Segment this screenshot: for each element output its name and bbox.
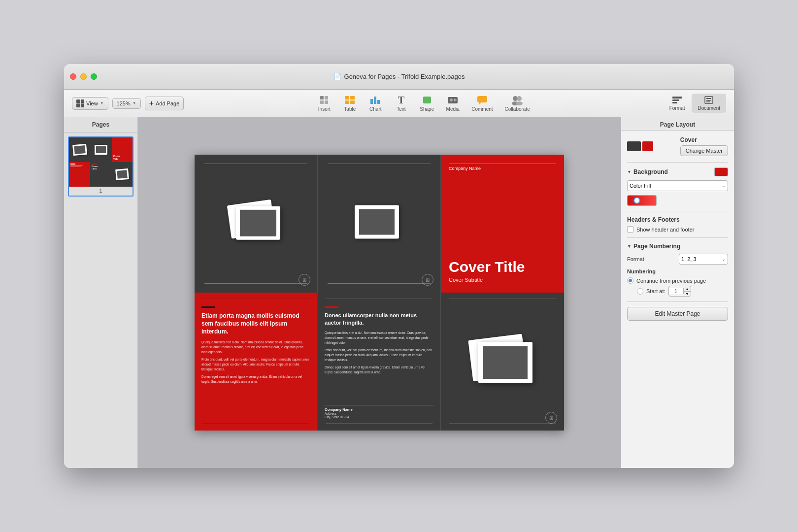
background-section-header[interactable]: ▼ Background [627,167,728,176]
toolbar: View ▼ 125% ▼ + Add Page Insert [64,90,734,117]
bottom-left-body2: Proin tincidunt, velit vel porta element… [201,357,310,372]
company-line [325,405,433,405]
view-grid-icon [76,100,84,107]
inspector-body: Cover Change Master ▼ Background Color F… [621,131,734,327]
cover-company-name: Company Name [449,166,556,171]
color-fill-label: Color Fill [630,183,651,189]
panel-top-right-cover: Company Name Cover Title Cover Subtitle [441,155,564,293]
collaborate-button[interactable]: Collaborate [505,95,530,112]
close-button[interactable] [70,73,76,80]
page-numbering-section: ▼ Page Numbering Format 1, 2, 3 ⌄ [627,243,728,265]
toolbar-left-group: View ▼ 125% ▼ + Add Page [72,97,184,110]
format-dropdown[interactable]: 1, 2, 3 ⌄ [679,254,728,265]
collaborate-label: Collaborate [505,106,530,112]
window-title: Geneva for Pages - Trifold Example.pages [344,73,465,80]
show-header-footer-checkbox[interactable] [627,226,633,233]
bg-color-swatch[interactable] [714,167,728,176]
shape-button[interactable]: Shape [420,95,434,112]
format-tab-label: Format [669,105,685,111]
text-button[interactable]: T Text [394,95,408,112]
svg-rect-10 [377,100,380,104]
bottom-middle-body1: Quisque facilisis erat a dui. Nam malesu… [325,331,433,345]
format-value: 1, 2, 3 [681,256,697,262]
company-info-city: City, State 01234 [325,415,433,419]
image-icon: ⊞ [302,277,306,283]
bottom-left-top-line [202,299,309,299]
stepper-buttons: ▲ ▼ [684,287,691,296]
master-thumb-2 [642,141,653,151]
color-row [627,195,728,206]
svg-rect-0 [320,96,324,100]
svg-point-13 [450,99,453,101]
media-placeholder-2[interactable]: ⊞ [422,274,433,286]
show-header-footer-label: Show header and footer [636,227,694,233]
chart-button[interactable]: Chart [368,95,382,112]
change-master-button[interactable]: Change Master [680,145,728,156]
cover-title-area: Cover Title Cover Subtitle [449,259,525,283]
zoom-button[interactable]: 125% ▼ [112,98,141,109]
format-row: Format 1, 2, 3 ⌄ [627,254,728,265]
divider-4 [627,301,728,302]
slide-front-1 [236,206,280,240]
color-picker-dot [633,197,640,204]
svg-rect-5 [350,96,355,100]
format-dropdown-arrow-icon: ⌄ [722,257,726,262]
view-button[interactable]: View ▼ [72,97,108,110]
divider-2 [627,211,728,211]
svg-rect-4 [345,96,349,100]
start-at-radio[interactable] [637,288,643,295]
panel-top-middle: ⊞ [318,155,441,293]
media-button[interactable]: Media [446,95,460,112]
format-document-tabs: Format Document [664,94,726,113]
chart-icon [368,95,382,105]
color-gradient-swatch[interactable] [627,195,657,206]
media-placeholder-1[interactable]: ⊞ [299,274,310,286]
bottom-middle-body3: Donec eget sem sit amet ligula viverra g… [325,365,433,375]
start-at-stepper[interactable]: 1 ▲ ▼ [668,286,692,297]
main-content: Pages [64,117,734,468]
zoom-chevron-icon: ▼ [133,101,136,105]
svg-rect-9 [374,97,376,104]
add-page-button[interactable]: + Add Page [145,97,184,110]
page-numbering-arrow-icon: ▼ [627,244,632,249]
color-fill-dropdown[interactable]: Color Fill ⌄ [627,180,728,191]
pages-panel-header: Pages [64,117,137,133]
fill-row: Color Fill ⌄ [627,180,728,191]
continue-from-prev-label: Continue from previous page [636,278,706,284]
maximize-button[interactable] [91,73,97,80]
comment-button[interactable]: Comment [471,95,493,112]
insert-icon [317,95,331,105]
page-thumbnail-1[interactable]: CoverTitle Donecullam [68,136,133,197]
master-row: Cover Change Master [627,136,728,156]
titlebar: 📄 Geneva for Pages - Trifold Example.pag… [64,64,734,90]
collaborate-icon [510,95,524,105]
toolbar-center-group: Insert Table Chart T Text [194,95,653,112]
minimize-button[interactable] [80,73,87,80]
media-placeholder-3[interactable]: ⊞ [545,412,557,424]
background-color-swatch-header [714,167,728,176]
stepper-up-button[interactable]: ▲ [684,287,691,292]
bottom-left-body3: Donec eget sem sit amet ligula viverra g… [201,374,310,384]
media-icon [446,95,460,105]
continue-from-prev-radio[interactable] [627,277,633,284]
start-at-text-label: Start at: [646,288,665,294]
slide-large-front [478,342,532,383]
stepper-down-button[interactable]: ▼ [684,292,691,296]
edit-master-page-button[interactable]: Edit Master Page [627,307,728,321]
title-icon: 📄 [333,73,341,80]
page-numbering-header[interactable]: ▼ Page Numbering [627,243,728,250]
svg-rect-22 [672,100,679,101]
page-thumb-inner: CoverTitle Donecullam [69,137,133,187]
svg-marker-16 [479,102,481,104]
table-button[interactable]: Table [343,95,357,112]
bottom-middle-body2: Proin tincidunt, velit vel porta element… [325,348,433,363]
view-chevron-icon: ▼ [100,101,104,105]
svg-rect-25 [706,98,711,99]
insert-button[interactable]: Insert [317,95,331,112]
svg-rect-26 [706,100,711,101]
company-info-name: Company Name [325,407,433,412]
bottom-right-bottom-line [449,423,556,424]
document-tab[interactable]: Document [692,94,726,113]
format-tab[interactable]: Format [664,94,691,113]
headers-footers-label: Headers & Footers [627,216,728,223]
